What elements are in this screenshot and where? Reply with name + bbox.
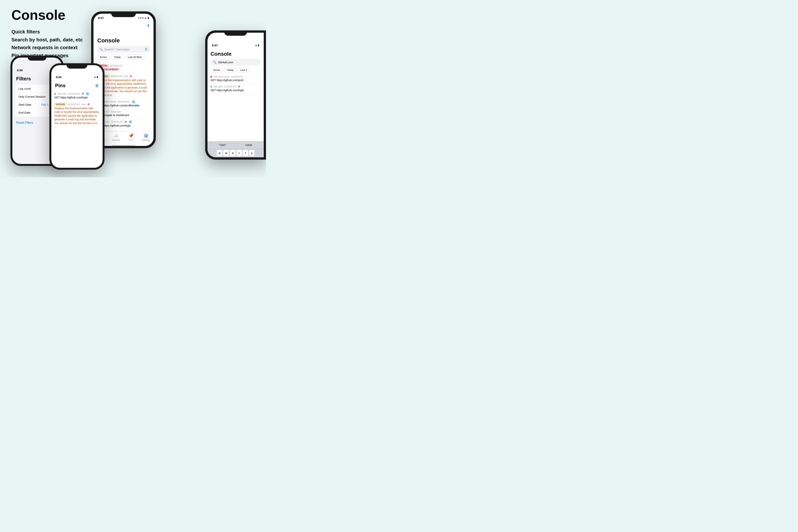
pins-notch <box>66 63 88 69</box>
pins-header: Pins 🗑 <box>51 81 102 91</box>
search-bar[interactable]: 🔍 Search 7 messages ☰ <box>97 46 150 53</box>
console-title: Console <box>97 37 150 44</box>
pins-list: 200 (OK) · 20:56:50.471 📌 🌐 GET https://… <box>51 91 102 127</box>
key-r[interactable]: r <box>236 150 242 156</box>
share-icon[interactable]: ⬆ <box>147 23 150 28</box>
right-console-title: Console <box>208 50 264 59</box>
key-e[interactable]: e <box>230 150 235 156</box>
filter-icon[interactable]: ☰ <box>145 48 148 51</box>
status-time: 8:57 <box>98 16 104 20</box>
pin-dot-green <box>54 93 56 95</box>
feature-2: Search by host, path, date, etc <box>12 36 83 44</box>
right-status-icons: ▲ ▮ <box>255 44 259 46</box>
log-entry-200[interactable]: 200 (OK) · 20:56:50.471 📌 🌐 GET https://… <box>97 119 150 129</box>
home-indicator <box>112 145 135 146</box>
suggestion-com[interactable]: "com" <box>210 143 234 147</box>
log-message-200: GET https://github.com/login <box>97 124 150 128</box>
globe-icon: 🌐 <box>132 100 135 103</box>
phone-notch <box>111 12 136 17</box>
right-dot-red <box>210 76 212 77</box>
log-entry-critical[interactable]: CRITICAL 20:56:50.472 💥 0xDEADBEEF › <box>97 63 150 73</box>
pin-icon-2: 📌 <box>124 121 127 123</box>
right-search-value: GitHub.com <box>218 61 233 64</box>
chip-errors[interactable]: Errors <box>97 55 110 60</box>
filter-startdate-label: Start Date <box>18 103 41 106</box>
log-message-404: GET https://github.com/profile/valdo <box>97 104 150 108</box>
right-phone-screen: 8:57 ▲ ▮ Console 🔍 GitHub.com Errors Tod… <box>208 33 264 157</box>
keyboard-area: "com" come q w e r t y <box>208 141 264 157</box>
pins-phone-screen: 9:00 ▲ ▮ Pins 🗑 200 (OK) · 20:56:50.471 … <box>51 65 102 168</box>
right-log-404-meta: 404 (Not Found) · 20:56:50.472 <box>214 76 243 78</box>
filters-status-time: 8:58 <box>17 69 23 72</box>
pins-phone: 9:00 ▲ ▮ Pins 🗑 200 (OK) · 20:56:50.471 … <box>50 63 104 170</box>
key-w[interactable]: w <box>223 150 229 156</box>
log-label-auth: Auth <box>124 75 129 77</box>
suggestion-come[interactable]: come <box>237 143 261 147</box>
tab-network[interactable]: ☁️ Network <box>110 133 122 141</box>
log-timestamp-2: 20:56:50.472 <box>111 75 123 77</box>
chevron-right-icon-4: › <box>149 112 150 115</box>
signal-icon: ▲ <box>145 17 147 19</box>
right-status-bar: 8:57 ▲ ▮ <box>208 41 264 50</box>
pin-badge-warning: WARNING <box>54 103 66 106</box>
tab-pins[interactable]: 📌 Pins <box>126 133 137 141</box>
right-chip-last2[interactable]: Last 2 <box>238 68 250 73</box>
right-status-time: 8:57 <box>212 44 218 47</box>
right-chips: Errors Today Last 2 <box>208 68 264 74</box>
filters-notch <box>27 56 46 61</box>
right-chip-errors[interactable]: Errors <box>210 68 223 73</box>
hero-features: Quick filters Search by host, path, date… <box>12 28 83 59</box>
feature-3: Network requests in context <box>12 44 83 52</box>
console-header: Console 🔍 Search 7 messages ☰ Errors Tod… <box>94 28 153 63</box>
keyboard-suggestions: "com" come <box>208 141 264 149</box>
right-log-404[interactable]: 404 (Not Found) · 20:56:50.472 GET https… <box>210 74 261 84</box>
log-timestamp: 20:56:50.472 <box>110 64 122 67</box>
globe-icon-pins: 🌐 <box>86 92 89 95</box>
log-entry-404[interactable]: 404 (Not Found) · 20:56:50.472 🌐 GET htt… <box>97 99 150 109</box>
pin-entry-warning[interactable]: WARNING 20:56:50.472 · Auth 📌 Replace th… <box>54 101 99 127</box>
network-tab-icon: ☁️ <box>113 133 118 138</box>
search-icon: 🔍 <box>99 48 103 51</box>
pins-title: Pins <box>55 83 65 89</box>
right-log-404-msg: GET https://github.com/prof... <box>210 78 261 82</box>
pins-status-time: 9:00 <box>56 75 61 79</box>
right-log-200-meta: 200 (OK) · 20:56:50.471 <box>214 86 236 88</box>
right-chip-today[interactable]: Today <box>224 68 236 73</box>
chevron-pin-2: › <box>99 113 99 115</box>
pins-status-icons: ▲ ▮ <box>94 76 98 78</box>
tab-settings-label: Settings <box>142 139 150 141</box>
settings-tab-icon: ⚙️ <box>144 133 149 138</box>
globe-icon-2: 🌐 <box>129 120 132 123</box>
pin-icon: 📌 <box>129 75 132 77</box>
right-log-list: 404 (Not Found) · 20:56:50.472 GET https… <box>208 74 264 94</box>
right-log-200[interactable]: 200 (OK) · 20:56:50.471 📌 GET https://gi… <box>210 84 261 94</box>
tab-settings[interactable]: ⚙️ Settings <box>140 133 152 141</box>
log-status-404: 404 (Not Found) · 20:56:50.472 <box>101 100 130 103</box>
hero-title: Console <box>12 7 83 23</box>
right-search-bar[interactable]: 🔍 GitHub.com <box>210 59 261 65</box>
chip-today[interactable]: Today <box>111 55 124 60</box>
chevron-right-icon-3: › <box>149 102 150 105</box>
search-placeholder: Search 7 messages <box>104 48 143 51</box>
pins-status-bar: 9:00 ▲ ▮ <box>51 73 102 81</box>
pin-entry-200[interactable]: 200 (OK) · 20:56:50.471 📌 🌐 GET https://… <box>54 91 99 101</box>
log-message-nav: Will navigate to Dashboard <box>97 113 150 117</box>
key-t[interactable]: t <box>243 150 248 156</box>
trash-icon[interactable]: 🗑 <box>95 83 99 88</box>
chevron-pin-1: › <box>99 94 99 97</box>
pin-message-warning: Replace this implementation with code to… <box>54 107 99 125</box>
chevron-right-icon-2: › <box>149 84 150 88</box>
log-message-critical: 💥 0xDEADBEEF <box>97 68 150 72</box>
log-timestamp-info1: 20:56:50.466 · Application <box>106 131 130 132</box>
pin-status-200: 200 (OK) · 20:56:50.471 <box>58 93 80 95</box>
chip-last20[interactable]: Last 20 Mins <box>125 55 145 60</box>
log-entry-warning[interactable]: WARNING 20:56:50.472 Auth 📌 Replace this… <box>97 73 150 99</box>
log-entry-nav[interactable]: 20:56:50.471 · Application Will navigate… <box>97 109 150 119</box>
share-button-area: ⬆ <box>94 22 153 28</box>
chevron-right-icon: › <box>149 66 150 69</box>
pins-tab-icon: 📌 <box>129 133 134 138</box>
key-y[interactable]: y <box>249 150 254 156</box>
right-search-icon: 🔍 <box>213 60 216 64</box>
key-q[interactable]: q <box>217 150 222 156</box>
log-entry-info1[interactable]: INFO 20:56:50.466 · Application UIApplic… <box>97 129 150 132</box>
